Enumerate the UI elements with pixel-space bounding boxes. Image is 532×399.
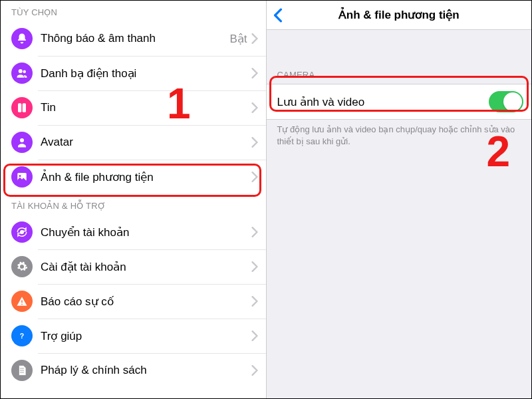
row-save-photos-videos[interactable]: Lưu ảnh và video <box>267 84 532 120</box>
svg-text:?: ? <box>20 332 24 340</box>
row-notifications[interactable]: Thông báo & âm thanh Bật <box>1 21 266 56</box>
svg-point-0 <box>19 69 23 73</box>
row-label: Tin <box>41 101 251 114</box>
row-report-problem[interactable]: Báo cáo sự cố <box>1 284 266 319</box>
row-label: Trợ giúp <box>41 329 251 343</box>
row-label: Pháp lý & chính sách <box>41 364 251 377</box>
row-avatar[interactable]: Avatar <box>1 125 266 160</box>
svg-point-6 <box>19 175 21 177</box>
image-icon <box>11 166 33 188</box>
row-label: Avatar <box>41 136 251 149</box>
bell-icon <box>11 28 33 49</box>
row-label: Danh bạ điện thoại <box>41 66 251 80</box>
story-icon <box>11 97 33 118</box>
gear-icon <box>11 256 33 277</box>
row-account-settings[interactable]: Cài đặt tài khoản <box>1 249 266 284</box>
chevron-right-icon <box>251 68 258 78</box>
row-label: Báo cáo sự cố <box>41 295 251 309</box>
row-photos-media[interactable]: Ảnh & file phương tiện <box>1 160 266 194</box>
row-switch-account[interactable]: Chuyển tài khoản <box>1 215 266 249</box>
svg-rect-2 <box>18 103 21 112</box>
row-label: Lưu ảnh và video <box>277 95 489 109</box>
help-icon: ? <box>11 325 33 346</box>
warning-icon <box>11 291 33 312</box>
chevron-right-icon <box>251 227 258 237</box>
document-icon <box>11 360 33 381</box>
svg-rect-3 <box>23 103 26 112</box>
row-contacts[interactable]: Danh bạ điện thoại <box>1 56 266 90</box>
page-title: Ảnh & file phương tiện <box>338 8 460 22</box>
svg-point-4 <box>20 138 24 142</box>
row-label: Thông báo & âm thanh <box>41 32 229 45</box>
navigation-bar: Ảnh & file phương tiện <box>267 1 532 30</box>
chevron-right-icon <box>251 137 258 148</box>
chevron-right-icon <box>251 365 258 376</box>
row-help[interactable]: ? Trợ giúp <box>1 319 266 353</box>
chevron-right-icon <box>251 172 258 182</box>
photos-media-screen: Ảnh & file phương tiện CAMERA Lưu ảnh và… <box>267 1 532 398</box>
people-icon <box>11 63 33 84</box>
row-value: Bật <box>229 32 247 46</box>
setting-footnote: Tự động lưu ảnh và video bạn chụp/quay h… <box>267 120 532 147</box>
row-label: Cài đặt tài khoản <box>41 260 251 274</box>
row-label: Ảnh & file phương tiện <box>41 170 251 184</box>
section-header-account: TÀI KHOẢN & HỖ TRỢ <box>1 194 266 215</box>
chevron-right-icon <box>251 331 258 341</box>
chevron-right-icon <box>251 102 258 113</box>
row-label: Chuyển tài khoản <box>41 225 251 239</box>
avatar-icon <box>11 132 33 153</box>
row-legal[interactable]: Pháp lý & chính sách <box>1 353 266 388</box>
chevron-right-icon <box>251 33 258 44</box>
svg-point-1 <box>23 70 27 74</box>
section-header-options: TÙY CHỌN <box>1 1 266 21</box>
toggle-save-media[interactable] <box>489 91 523 112</box>
chevron-right-icon <box>251 296 258 307</box>
section-header-camera: CAMERA <box>267 30 532 84</box>
switch-account-icon <box>11 221 33 243</box>
tutorial-frame: TÙY CHỌN Thông báo & âm thanh Bật Danh b… <box>0 0 532 399</box>
settings-list-screen: TÙY CHỌN Thông báo & âm thanh Bật Danh b… <box>1 1 267 398</box>
back-button[interactable] <box>273 8 283 23</box>
chevron-right-icon <box>251 261 258 272</box>
row-story[interactable]: Tin <box>1 90 266 125</box>
